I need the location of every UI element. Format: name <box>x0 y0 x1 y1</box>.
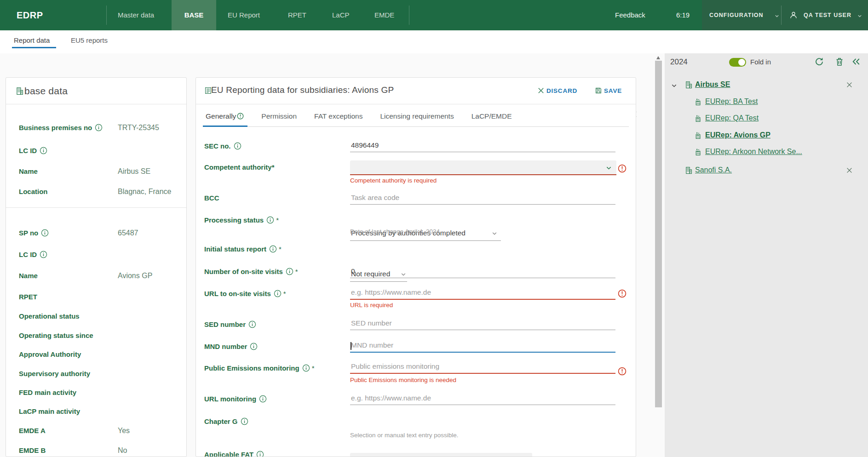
user-menu[interactable]: QA TEST USER <box>804 0 851 30</box>
fold-in-toggle[interactable] <box>729 58 746 67</box>
factory-icon <box>695 98 703 106</box>
tab-generally[interactable]: Generally <box>206 112 244 120</box>
tree-link-sanofi[interactable]: Sanofi S.A. <box>695 166 732 174</box>
info-icon[interactable] <box>259 395 267 403</box>
info-icon[interactable] <box>286 268 293 275</box>
floppy-icon <box>595 87 602 94</box>
close-icon <box>537 87 545 94</box>
field-label: Approval Authority <box>19 350 81 358</box>
scrollbar-thumb[interactable] <box>655 61 662 407</box>
field-label: URL monitoring <box>204 395 267 403</box>
public-emissions-input[interactable] <box>350 362 615 374</box>
info-icon[interactable] <box>248 320 256 328</box>
tab-permission[interactable]: Permission <box>261 112 297 120</box>
info-icon[interactable] <box>40 251 47 258</box>
field-label: Initial status report* <box>204 245 282 253</box>
field-value: Yes <box>118 427 130 435</box>
info-icon[interactable] <box>256 451 264 457</box>
app-brand[interactable]: EDRP <box>17 0 43 30</box>
error-icon[interactable] <box>618 289 627 298</box>
info-icon[interactable] <box>41 229 49 237</box>
toggle-knob <box>738 59 745 66</box>
tree-link-ba-test[interactable]: EURep: BA Test <box>705 97 758 106</box>
field-helper: Date of last change April 4, 2024 <box>350 228 440 235</box>
tree-link-avions-gp[interactable]: EURep: Avions GP <box>705 131 770 139</box>
base-data-title: base data <box>24 86 68 97</box>
discard-button[interactable]: DISCARD <box>537 87 577 94</box>
tab-fat-exceptions[interactable]: FAT exceptions <box>314 112 362 120</box>
refresh-icon[interactable] <box>815 57 824 66</box>
info-icon[interactable] <box>302 364 310 372</box>
sed-number-input[interactable] <box>350 318 615 330</box>
tree-link-qa-test[interactable]: EURep: QA Test <box>705 114 759 122</box>
chevron-down-icon <box>857 14 862 18</box>
field-label: Competent authority* <box>204 163 275 171</box>
tree-link-arkoon[interactable]: EURep: Arkoon Network Se... <box>705 148 802 156</box>
info-icon[interactable] <box>95 124 103 131</box>
collapse-panel-icon[interactable] <box>851 57 861 66</box>
field-row: Operating status since <box>19 331 180 343</box>
close-icon[interactable] <box>846 81 853 88</box>
save-button[interactable]: SAVE <box>595 87 622 94</box>
competent-authority-select[interactable] <box>350 160 616 175</box>
field-label: Name <box>19 167 38 175</box>
feedback-link[interactable]: Feedback <box>615 0 645 30</box>
chevron-down-icon <box>775 14 779 18</box>
nav-master-data[interactable]: Master data <box>118 0 154 30</box>
nav-rpet[interactable]: RPET <box>288 0 306 30</box>
field-label: SEC no. <box>204 142 241 150</box>
field-helper: Selection or manual text entry possible. <box>350 432 459 439</box>
error-icon[interactable] <box>618 367 627 376</box>
sec-no-input[interactable] <box>350 140 615 152</box>
field-label: RPET <box>19 293 37 301</box>
form-tabs: Generally Permission FAT exceptions Lice… <box>206 112 512 120</box>
tree-row-facility: EURep: QA Test <box>665 114 868 124</box>
nav-eu-report[interactable]: EU Report <box>228 0 260 30</box>
tab-eu5-reports[interactable]: EU5 reports <box>71 30 108 51</box>
chapter-g-select[interactable] <box>350 453 532 457</box>
info-icon[interactable] <box>250 343 258 350</box>
active-tab-underline <box>12 47 56 48</box>
chevron-down-icon <box>492 231 497 236</box>
main-scrollbar[interactable] <box>655 53 662 457</box>
info-icon[interactable] <box>266 216 274 224</box>
navbar-divider <box>409 6 409 25</box>
field-label: EMDE B <box>19 446 46 454</box>
tree-link-airbus[interactable]: Airbus SE <box>695 80 730 89</box>
tab-lacp-emde[interactable]: LaCP/EMDE <box>471 112 512 120</box>
chevron-down-icon[interactable] <box>671 82 677 88</box>
field-row: SP no65487 <box>19 229 180 240</box>
scroll-up-arrow[interactable] <box>656 56 660 59</box>
eu-reporting-card: EU Reporting data for subsidiaries: Avio… <box>195 77 636 457</box>
nav-emde[interactable]: EMDE <box>374 0 394 30</box>
url-monitoring-input[interactable] <box>350 393 615 405</box>
info-icon[interactable] <box>274 290 282 297</box>
field-row: NameAirbus SE <box>19 167 180 178</box>
trash-icon[interactable] <box>835 57 844 66</box>
field-value: 65487 <box>118 229 138 237</box>
on-site-visits-input[interactable] <box>350 266 615 278</box>
configuration-section: CONFIGURATION QA TEST USER <box>702 0 868 30</box>
url-on-site-input[interactable] <box>350 288 615 300</box>
tree-row-company: Sanofi S.A. <box>665 166 868 176</box>
card-actions: DISCARD SAVE <box>537 87 622 94</box>
tab-licensing-requirements[interactable]: Licensing requirements <box>380 112 454 120</box>
info-icon[interactable] <box>234 142 241 150</box>
info-icon[interactable] <box>241 417 248 425</box>
configuration-menu[interactable]: CONFIGURATION <box>709 0 764 30</box>
bcc-input[interactable] <box>350 193 615 205</box>
field-row: Business premises noTRTY-25345 <box>19 124 180 135</box>
nav-lacp[interactable]: LaCP <box>332 0 350 30</box>
info-icon[interactable] <box>40 147 47 154</box>
mnd-number-input[interactable] <box>350 341 615 353</box>
fold-in-label: Fold in <box>750 58 771 66</box>
field-label: SED number <box>204 320 256 328</box>
nav-base[interactable]: BASE <box>172 0 216 30</box>
field-error: Competent authority is required <box>350 177 437 184</box>
info-icon[interactable] <box>269 245 277 253</box>
field-row: Supervisory authority <box>19 370 180 381</box>
close-icon[interactable] <box>846 167 853 174</box>
module-tabs: Report data EU5 reports <box>0 30 868 53</box>
error-icon[interactable] <box>618 164 627 173</box>
field-row: LocationBlagnac, France <box>19 188 180 199</box>
